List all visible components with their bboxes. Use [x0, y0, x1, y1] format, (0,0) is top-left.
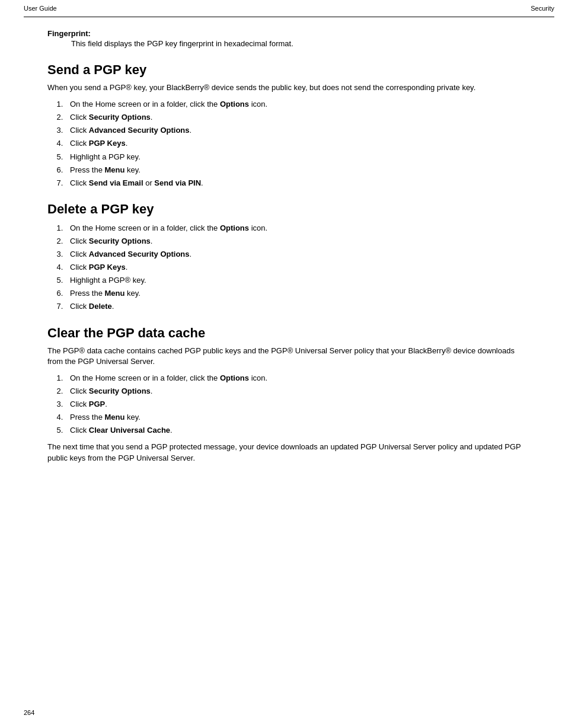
step-bold: Send via Email — [89, 178, 143, 187]
step-bold: Advanced Security Options — [89, 126, 190, 135]
step-bold: Clear Universal Cache — [89, 426, 170, 435]
section-title-send-pgp-key: Send a PGP key — [47, 62, 531, 78]
step-item: On the Home screen or in a folder, click… — [65, 222, 531, 235]
step-item: Highlight a PGP key. — [65, 151, 531, 164]
step-bold: Options — [220, 223, 249, 232]
page-header: User Guide Security — [0, 0, 578, 17]
section-title-clear-pgp-data-cache: Clear the PGP data cache — [47, 325, 531, 341]
step-item: On the Home screen or in a folder, click… — [65, 98, 531, 111]
step-bold: Options — [220, 373, 249, 382]
step-item: Click Delete. — [65, 300, 531, 313]
step-item: Click Advanced Security Options. — [65, 124, 531, 137]
steps-list-clear-pgp-data-cache: On the Home screen or in a folder, click… — [65, 372, 531, 437]
step-bold: Security Options — [89, 237, 151, 245]
steps-list-delete-pgp-key: On the Home screen or in a folder, click… — [65, 222, 531, 314]
header-left-label: User Guide — [24, 5, 57, 12]
step-item: Press the Menu key. — [65, 411, 531, 424]
section-intro-send-pgp-key: When you send a PGP® key, your BlackBerr… — [47, 82, 531, 93]
section-title-delete-pgp-key: Delete a PGP key — [47, 202, 531, 217]
step-item: Click Send via Email or Send via PIN. — [65, 177, 531, 190]
steps-list-send-pgp-key: On the Home screen or in a folder, click… — [65, 98, 531, 190]
step-bold: Advanced Security Options — [89, 250, 190, 258]
step-item: Click Security Options. — [65, 385, 531, 398]
page-number: 264 — [24, 709, 34, 716]
step-bold: PGP Keys — [89, 263, 126, 272]
step-bold: Menu — [105, 165, 125, 174]
step-item: Click PGP Keys. — [65, 137, 531, 150]
page-footer: 264 — [24, 709, 34, 716]
header-right-label: Security — [531, 5, 554, 12]
step-item: Click Security Options. — [65, 235, 531, 248]
step-item: Click Security Options. — [65, 111, 531, 124]
step-item: On the Home screen or in a folder, click… — [65, 372, 531, 385]
section-after-text-clear-pgp-data-cache: The next time that you send a PGP protec… — [47, 442, 531, 463]
step-bold: Options — [220, 100, 249, 108]
step-item: Click PGP Keys. — [65, 261, 531, 274]
step-item: Click Advanced Security Options. — [65, 248, 531, 261]
sections-container: Send a PGP keyWhen you send a PGP® key, … — [47, 62, 531, 464]
section-clear-pgp-data-cache: Clear the PGP data cacheThe PGP® data ca… — [47, 325, 531, 464]
step-item: Click PGP. — [65, 398, 531, 411]
page-content: Fingerprint: This field displays the PGP… — [0, 17, 578, 511]
step-item: Highlight a PGP® key. — [65, 274, 531, 287]
section-intro-clear-pgp-data-cache: The PGP® data cache contains cached PGP … — [47, 346, 531, 367]
fingerprint-label: Fingerprint: — [47, 29, 91, 38]
fingerprint-label-line: Fingerprint: — [47, 29, 531, 38]
step-bold: PGP — [89, 400, 105, 408]
step-item: Press the Menu key. — [65, 287, 531, 300]
step-bold: Security Options — [89, 113, 151, 122]
fingerprint-description: This field displays the PGP key fingerpr… — [47, 39, 531, 48]
section-send-pgp-key: Send a PGP keyWhen you send a PGP® key, … — [47, 62, 531, 190]
step-bold: Security Options — [89, 387, 151, 395]
fingerprint-section: Fingerprint: This field displays the PGP… — [47, 29, 531, 48]
step-bold2: Send via PIN — [154, 178, 201, 187]
step-bold: Menu — [105, 289, 125, 298]
step-bold: PGP Keys — [89, 139, 126, 148]
step-item: Press the Menu key. — [65, 164, 531, 177]
step-bold: Delete — [89, 302, 112, 311]
section-delete-pgp-key: Delete a PGP keyOn the Home screen or in… — [47, 202, 531, 314]
step-bold: Menu — [105, 413, 125, 422]
step-item: Click Clear Universal Cache. — [65, 424, 531, 437]
